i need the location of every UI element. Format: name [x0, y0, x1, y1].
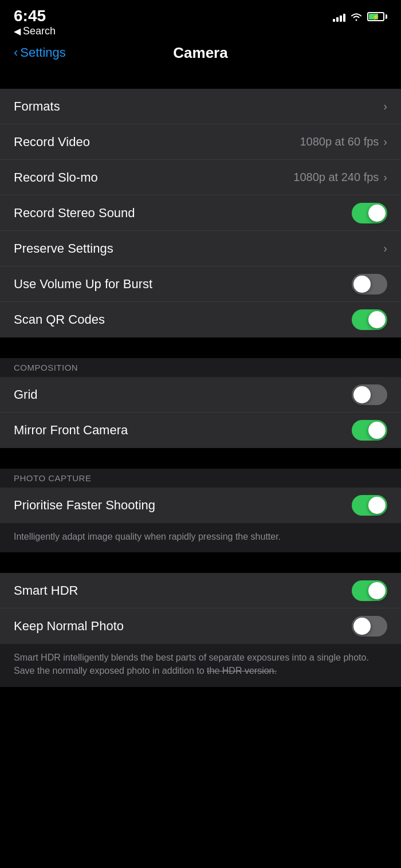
grid-label: Grid — [14, 387, 38, 402]
formats-label: Formats — [14, 99, 60, 114]
smart-hdr-row: Smart HDR — [0, 573, 401, 608]
photo-capture-section-label: PHOTO CAPTURE — [0, 469, 401, 488]
mirror-front-camera-label: Mirror Front Camera — [14, 423, 128, 438]
time: 6:45 — [14, 8, 56, 24]
toggle-knob — [368, 497, 386, 514]
scan-qr-codes-toggle[interactable] — [352, 309, 387, 330]
back-chevron-icon: ◀ — [14, 26, 21, 37]
keep-normal-photo-label: Keep Normal Photo — [14, 619, 124, 634]
record-video-value: 1080p at 60 fps › — [300, 135, 387, 148]
nav-back-chevron-icon: ‹ — [14, 45, 18, 60]
preserve-settings-label: Preserve Settings — [14, 241, 113, 256]
record-slomo-label: Record Slo-mo — [14, 170, 98, 185]
hdr-description-strikethrough: the HDR version. — [207, 666, 277, 675]
smart-hdr-toggle[interactable] — [352, 580, 387, 601]
mirror-front-camera-toggle[interactable] — [352, 420, 387, 441]
preserve-settings-row[interactable]: Preserve Settings › — [0, 231, 401, 266]
scan-qr-codes-row: Scan QR Codes — [0, 302, 401, 337]
search-back[interactable]: ◀ Search — [14, 25, 56, 37]
settings-group-composition: Grid Mirror Front Camera — [0, 377, 401, 448]
wifi-icon — [350, 12, 363, 21]
preserve-settings-value: › — [383, 242, 387, 255]
section-gap-composition — [0, 337, 401, 358]
formats-row[interactable]: Formats › — [0, 89, 401, 124]
status-right: ⚡ — [333, 8, 387, 22]
formats-value: › — [383, 100, 387, 113]
keep-normal-photo-toggle[interactable] — [352, 616, 387, 637]
photo-capture-description: Intelligently adapt image quality when r… — [0, 523, 401, 552]
prioritise-faster-shooting-toggle[interactable] — [352, 495, 387, 516]
record-video-chevron-icon: › — [383, 135, 387, 148]
record-video-label: Record Video — [14, 135, 90, 150]
record-slomo-row[interactable]: Record Slo-mo 1080p at 240 fps › — [0, 160, 401, 195]
toggle-knob — [353, 618, 371, 635]
nav-back-button[interactable]: ‹ Settings — [14, 45, 66, 60]
settings-group-photo-capture: Prioritise Faster Shooting — [0, 488, 401, 523]
record-stereo-sound-row: Record Stereo Sound — [0, 195, 401, 231]
prioritise-faster-shooting-label: Prioritise Faster Shooting — [14, 498, 155, 513]
status-bar: 6:45 ◀ Search ⚡ — [0, 0, 401, 41]
formats-chevron-icon: › — [383, 100, 387, 113]
record-video-value-text: 1080p at 60 fps — [300, 135, 379, 148]
record-stereo-sound-toggle[interactable] — [352, 203, 387, 223]
toggle-knob — [368, 205, 386, 222]
mirror-front-camera-row: Mirror Front Camera — [0, 413, 401, 448]
record-slomo-chevron-icon: › — [383, 171, 387, 184]
signal-icon — [333, 11, 345, 22]
composition-section-label: COMPOSITION — [0, 358, 401, 377]
toggle-knob — [353, 386, 371, 403]
use-volume-burst-toggle[interactable] — [352, 274, 387, 294]
settings-group-main: Formats › Record Video 1080p at 60 fps ›… — [0, 89, 401, 337]
scan-qr-codes-label: Scan QR Codes — [14, 312, 105, 327]
battery-icon: ⚡ — [367, 12, 387, 21]
record-slomo-value-text: 1080p at 240 fps — [293, 171, 379, 184]
keep-normal-photo-row: Keep Normal Photo — [0, 608, 401, 644]
nav-bar: ‹ Settings Camera — [0, 41, 401, 68]
section-gap-hdr — [0, 552, 401, 573]
record-video-row[interactable]: Record Video 1080p at 60 fps › — [0, 124, 401, 160]
use-volume-burst-row: Use Volume Up for Burst — [0, 266, 401, 302]
prioritise-faster-shooting-row: Prioritise Faster Shooting — [0, 488, 401, 523]
grid-toggle[interactable] — [352, 384, 387, 405]
search-back-label: Search — [23, 25, 56, 37]
toggle-knob — [368, 311, 386, 328]
preserve-settings-chevron-icon: › — [383, 242, 387, 255]
section-gap-photo-capture — [0, 448, 401, 469]
toggle-knob — [368, 422, 386, 439]
nav-title: Camera — [173, 44, 227, 62]
settings-group-hdr: Smart HDR Keep Normal Photo — [0, 573, 401, 644]
toggle-knob — [368, 582, 386, 599]
smart-hdr-label: Smart HDR — [14, 583, 78, 598]
nav-back-label: Settings — [20, 45, 66, 60]
use-volume-burst-label: Use Volume Up for Burst — [14, 277, 152, 292]
status-left: 6:45 ◀ Search — [14, 8, 56, 37]
grid-row: Grid — [0, 377, 401, 413]
section-gap-top — [0, 68, 401, 89]
record-slomo-value: 1080p at 240 fps › — [293, 171, 387, 184]
hdr-description-text: Smart HDR intelligently blends the best … — [14, 653, 369, 675]
record-stereo-sound-label: Record Stereo Sound — [14, 206, 135, 221]
hdr-description: Smart HDR intelligently blends the best … — [0, 644, 401, 686]
toggle-knob — [353, 276, 371, 293]
